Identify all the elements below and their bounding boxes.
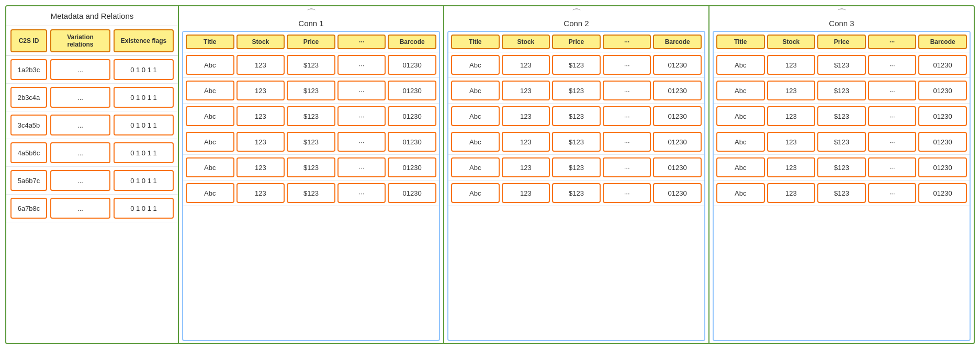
conn-data-cell-1: 123	[767, 55, 816, 75]
metadata-section: Metadata and Relations C2S ID Variation …	[6, 6, 179, 343]
conn-row: Abc123$123···01230	[183, 180, 439, 206]
conn-data-cell-4: 01230	[918, 81, 967, 100]
cell-c2s-id: 5a6b7c	[10, 170, 47, 191]
conn-row: Abc123$123···01230	[183, 104, 439, 129]
cell-c2s-id: 1a2b3c	[10, 59, 47, 80]
conn-data-cell-4: 01230	[653, 157, 702, 177]
conn-header-cell-1: Stock	[236, 35, 285, 49]
conn-data-cell-1: 123	[236, 132, 285, 152]
conn-data-cell-4: 01230	[653, 81, 702, 100]
conn-data-cell-4: 01230	[653, 55, 702, 75]
conn-data-cell-3: ···	[603, 106, 651, 126]
conn-data-cell-1: 123	[767, 132, 816, 152]
conn-data-cell-2: $123	[817, 157, 866, 177]
conn-data-cell-3: ···	[337, 106, 386, 126]
conn-header-cell-4: Barcode	[918, 35, 967, 49]
conn-row: Abc123$123···01230	[714, 104, 970, 129]
conn-header-cell-0: Title	[451, 35, 500, 49]
conn-data-cell-2: $123	[552, 183, 601, 203]
conn-data-cell-4: 01230	[388, 55, 436, 75]
conn-data-cell-2: $123	[817, 183, 866, 203]
meta-row: 3c4a5b ... 0 1 0 1 1	[6, 111, 178, 139]
conn-data-cell-2: $123	[552, 55, 601, 75]
conn-data-rows-3: Abc123$123···01230Abc123$123···01230Abc1…	[714, 52, 970, 340]
conn-data-cell-1: 123	[236, 106, 285, 126]
conn-data-cell-0: Abc	[186, 106, 234, 126]
conn-data-cell-1: 123	[236, 81, 285, 100]
conn-row: Abc123$123···01230	[714, 180, 970, 206]
conn-data-cell-3: ···	[603, 132, 651, 152]
cell-variation: ...	[50, 142, 110, 163]
conn-row: Abc123$123···01230	[448, 155, 704, 180]
conn-data-cell-4: 01230	[653, 132, 702, 152]
cell-c2s-id: 2b3c4a	[10, 87, 47, 108]
conn-row: Abc123$123···01230	[448, 104, 704, 129]
conn-data-cell-0: Abc	[716, 55, 765, 75]
conn-inner-2: TitleStockPrice···BarcodeAbc123$123···01…	[447, 31, 705, 341]
conn-data-cell-0: Abc	[186, 55, 234, 75]
conn-data-cell-4: 01230	[388, 106, 436, 126]
conn-data-cell-4: 01230	[918, 132, 967, 152]
conn-data-cell-0: Abc	[451, 132, 500, 152]
conn-data-cell-2: $123	[552, 81, 601, 100]
cell-existence: 0 1 0 1 1	[114, 115, 174, 135]
cell-variation: ...	[50, 59, 110, 80]
cell-c2s-id: 4a5b6c	[10, 142, 47, 163]
cell-variation: ...	[50, 87, 110, 108]
cell-variation: ...	[50, 115, 110, 135]
conn-brace: ⌒	[572, 8, 581, 18]
conn-header-cell-0: Title	[186, 35, 234, 49]
conn-data-cell-3: ···	[868, 132, 917, 152]
conn-data-cell-1: 123	[767, 81, 816, 100]
conn-data-cell-2: $123	[817, 55, 866, 75]
conn-data-rows-2: Abc123$123···01230Abc123$123···01230Abc1…	[448, 52, 704, 340]
conn-header-row-3: TitleStockPrice···Barcode	[714, 32, 970, 52]
conn-data-cell-1: 123	[502, 157, 550, 177]
conn-data-cell-0: Abc	[716, 157, 765, 177]
conn-data-cell-3: ···	[603, 55, 651, 75]
conn-header-cell-3: ···	[337, 35, 386, 49]
conn-data-cell-3: ···	[337, 55, 386, 75]
conn-section-1: ⌒ Conn 1 TitleStockPrice···BarcodeAbc123…	[179, 6, 444, 343]
conn-data-cell-3: ···	[868, 106, 917, 126]
conn-row: Abc123$123···01230	[183, 129, 439, 155]
conn-data-cell-4: 01230	[388, 183, 436, 203]
conn-data-cell-1: 123	[502, 81, 550, 100]
conn-header-cell-3: ···	[868, 35, 917, 49]
conn-data-cell-0: Abc	[186, 157, 234, 177]
cell-c2s-id: 3c4a5b	[10, 115, 47, 135]
cell-variation: ...	[50, 198, 110, 219]
header-c2s-id: C2S ID	[10, 29, 47, 52]
conn-data-cell-1: 123	[767, 157, 816, 177]
conn-data-cell-2: $123	[287, 132, 335, 152]
conn-data-cell-4: 01230	[918, 157, 967, 177]
conn-data-cell-4: 01230	[653, 183, 702, 203]
conn-header-cell-0: Title	[716, 35, 765, 49]
conn-data-cell-4: 01230	[388, 81, 436, 100]
cell-existence: 0 1 0 1 1	[114, 87, 174, 108]
conn-data-cell-2: $123	[552, 157, 601, 177]
main-container: Metadata and Relations C2S ID Variation …	[5, 5, 975, 344]
conn-data-cell-4: 01230	[918, 106, 967, 126]
conn-row: Abc123$123···01230	[183, 78, 439, 104]
meta-row: 1a2b3c ... 0 1 0 1 1	[6, 56, 178, 84]
conn-row: Abc123$123···01230	[448, 129, 704, 155]
conn-data-cell-1: 123	[236, 157, 285, 177]
conn-data-cell-1: 123	[502, 183, 550, 203]
conn-header-row-1: TitleStockPrice···Barcode	[183, 32, 439, 52]
header-variation-relations: Variation relations	[50, 29, 110, 52]
conn-data-cell-1: 123	[502, 55, 550, 75]
conn-row: Abc123$123···01230	[714, 129, 970, 155]
conn-title: Conn 3	[829, 18, 854, 30]
conn-data-cell-0: Abc	[451, 106, 500, 126]
conn-row: Abc123$123···01230	[448, 52, 704, 78]
conn-data-cell-0: Abc	[186, 81, 234, 100]
conn-title-area-1: ⌒ Conn 1	[179, 6, 443, 31]
conn-header-cell-3: ···	[603, 35, 651, 49]
conn-data-cell-3: ···	[603, 81, 651, 100]
conn-title: Conn 1	[298, 18, 323, 30]
conn-data-cell-2: $123	[817, 132, 866, 152]
conn-data-cell-0: Abc	[716, 183, 765, 203]
conn-data-cell-1: 123	[502, 106, 550, 126]
conn-data-cell-2: $123	[817, 81, 866, 100]
